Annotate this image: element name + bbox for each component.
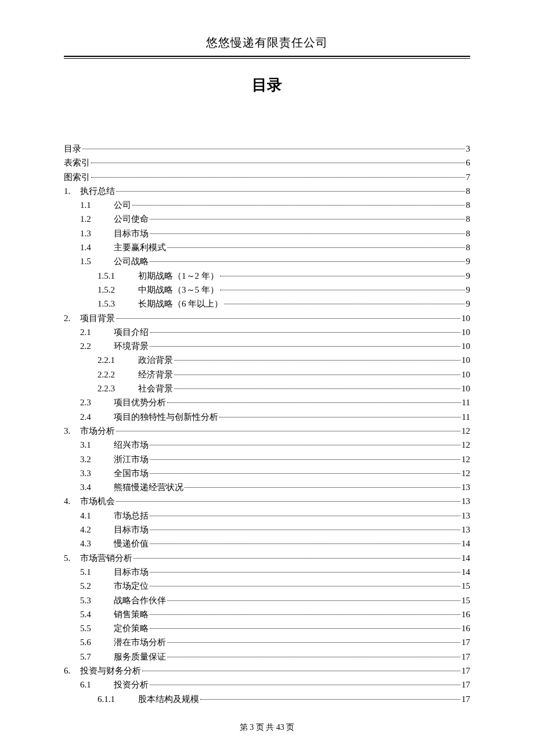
toc-entry[interactable]: 5.7服务质量保证17 — [64, 650, 470, 664]
toc-entry-number: 1.5.2 — [64, 283, 138, 297]
toc-entry[interactable]: 2.项目背景10 — [64, 311, 470, 325]
dot-leader — [174, 360, 460, 361]
dot-leader — [150, 572, 460, 573]
toc-entry[interactable]: 2.2.2经济背景10 — [64, 368, 470, 381]
dot-leader — [185, 487, 460, 488]
toc-entry-number: 5.1 — [64, 565, 114, 579]
toc-entry[interactable]: 3.1绍兴市场12 — [64, 438, 470, 452]
toc-entry-label: 执行总结 — [80, 184, 115, 198]
dot-leader — [174, 388, 460, 389]
toc-entry-label: 目标市场 — [114, 523, 149, 537]
dot-leader — [150, 459, 460, 460]
toc-entry-page: 14 — [461, 565, 470, 579]
toc-entry[interactable]: 1.5.2中期战略（3～5 年）9 — [64, 283, 470, 297]
toc-entry-label: 长期战略（6 年以上） — [138, 297, 223, 311]
toc-entry[interactable]: 1.3目标市场8 — [64, 226, 470, 240]
dot-leader — [150, 332, 460, 333]
toc-entry-page: 9 — [466, 254, 471, 268]
toc-entry[interactable]: 4.3慢递价值14 — [64, 537, 470, 550]
toc-entry-label: 投资与财务分析 — [80, 664, 141, 678]
toc-entry[interactable]: 1.5公司战略9 — [64, 254, 470, 268]
dot-leader — [134, 558, 460, 559]
toc-entry-label: 项目介绍 — [114, 325, 149, 339]
toc-entry-page: 8 — [466, 240, 471, 254]
toc-entry-page: 10 — [461, 339, 470, 353]
toc-entry-number: 2.2.1 — [64, 353, 138, 367]
toc-entry-label: 熊猫慢递经营状况 — [114, 480, 183, 494]
toc-entry-number: 4. — [64, 494, 80, 508]
toc-entry[interactable]: 1.4主要赢利模式8 — [64, 240, 470, 254]
toc-entry[interactable]: 图索引7 — [64, 170, 470, 184]
toc-entry-number: 4.3 — [64, 537, 114, 550]
toc-entry-page: 16 — [461, 621, 470, 635]
toc-entry-label: 图索引 — [64, 170, 90, 184]
toc-entry[interactable]: 6.投资与财务分析17 — [64, 664, 470, 678]
toc-entry-label: 项目背景 — [80, 311, 115, 325]
toc-entry[interactable]: 5.市场营销分析14 — [64, 551, 470, 565]
toc-entry-page: 16 — [461, 607, 470, 621]
toc-entry[interactable]: 5.1目标市场14 — [64, 565, 470, 579]
toc-entry[interactable]: 5.2市场定位15 — [64, 579, 470, 593]
toc-entry[interactable]: 5.6潜在市场分析17 — [64, 635, 470, 649]
toc-entry[interactable]: 3.4熊猫慢递经营状况13 — [64, 480, 470, 494]
toc-entry-page: 9 — [466, 283, 471, 297]
toc-entry[interactable]: 1.5.1初期战略（1～2 年）9 — [64, 269, 470, 283]
toc-entry-label: 初期战略（1～2 年） — [138, 269, 219, 283]
toc-entry-page: 11 — [462, 395, 470, 409]
toc-entry[interactable]: 1.执行总结8 — [64, 184, 470, 198]
dot-leader — [150, 530, 460, 530]
toc-entry-page: 17 — [461, 664, 470, 678]
toc-entry-number: 5.6 — [64, 635, 114, 649]
toc-entry[interactable]: 1.5.3长期战略（6 年以上）9 — [64, 297, 470, 311]
toc-entry[interactable]: 4.市场机会13 — [64, 494, 470, 508]
toc-entry[interactable]: 3.3全国市场12 — [64, 466, 470, 480]
toc-entry[interactable]: 5.3战略合作伙伴15 — [64, 593, 470, 607]
toc-entry-page: 8 — [466, 226, 471, 240]
dot-leader — [142, 671, 460, 671]
toc-entry-label: 公司 — [114, 198, 131, 212]
toc-entry[interactable]: 4.2目标市场13 — [64, 523, 470, 537]
toc-entry[interactable]: 2.2环境背景10 — [64, 339, 470, 353]
toc-entry-page: 9 — [466, 269, 471, 283]
toc-entry[interactable]: 2.3项目优势分析11 — [64, 395, 470, 409]
toc-entry-number: 1.1 — [64, 198, 114, 212]
toc-entry[interactable]: 4.1市场总括13 — [64, 509, 470, 523]
toc-entry-label: 经济背景 — [138, 368, 173, 381]
document-page: 悠悠慢递有限责任公司 目录 目录3表索引6图索引71.执行总结81.1公司81.… — [0, 0, 534, 756]
toc-entry-page: 12 — [461, 452, 470, 466]
toc-entry[interactable]: 3.市场分析12 — [64, 424, 470, 438]
toc-entry[interactable]: 3.2浙江市场12 — [64, 452, 470, 466]
toc-entry[interactable]: 1.2公司使命8 — [64, 212, 470, 226]
toc-entry[interactable]: 5.5定价策略16 — [64, 621, 470, 635]
toc-entry[interactable]: 6.1.1股本结构及规模17 — [64, 692, 470, 706]
toc-entry-label: 项目的独特性与创新性分析 — [114, 410, 218, 424]
toc-entry[interactable]: 5.4销售策略16 — [64, 607, 470, 621]
toc-entry[interactable]: 2.1项目介绍10 — [64, 325, 470, 339]
dot-leader — [150, 614, 460, 615]
toc-entry[interactable]: 1.1公司8 — [64, 198, 470, 212]
toc-entry-number: 4.1 — [64, 509, 114, 523]
toc-entry[interactable]: 6.1投资分析17 — [64, 678, 470, 692]
toc-entry[interactable]: 目录3 — [64, 142, 470, 156]
toc-entry[interactable]: 2.2.1政治背景10 — [64, 353, 470, 367]
dot-leader — [150, 685, 460, 685]
toc-entry[interactable]: 2.2.3社会背景10 — [64, 381, 470, 395]
toc-entry-page: 10 — [461, 311, 470, 325]
dot-leader — [167, 600, 460, 601]
toc-entry-page: 10 — [461, 381, 470, 395]
toc-entry-label: 绍兴市场 — [114, 438, 149, 452]
dot-leader — [91, 177, 465, 178]
toc-entry-label: 表索引 — [64, 156, 90, 170]
toc-entry-label: 定价策略 — [114, 621, 149, 635]
dot-leader — [167, 657, 460, 657]
toc-entry-number: 5. — [64, 551, 80, 565]
toc-entry-label: 战略合作伙伴 — [114, 593, 166, 607]
page-title: 目录 — [64, 75, 470, 95]
toc-entry[interactable]: 2.4项目的独特性与创新性分析11 — [64, 410, 470, 424]
toc-entry-page: 17 — [461, 678, 470, 692]
toc-entry-number: 1.5.1 — [64, 269, 138, 283]
toc-entry-page: 13 — [461, 523, 470, 537]
toc-entry[interactable]: 表索引6 — [64, 156, 470, 170]
toc-entry-number: 5.2 — [64, 579, 114, 593]
toc-entry-number: 2.4 — [64, 410, 114, 424]
